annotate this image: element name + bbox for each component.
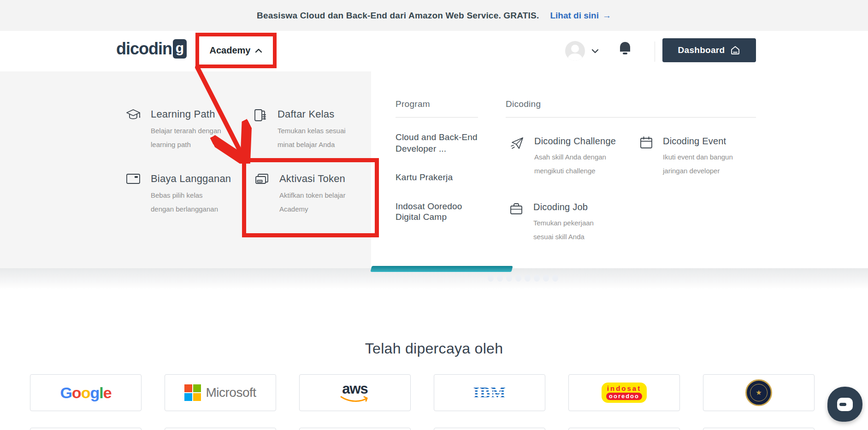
dicoding-column-heading: Dicoding	[506, 99, 541, 109]
carousel-dot[interactable]	[506, 275, 512, 282]
carousel-dot[interactable]	[497, 275, 503, 282]
chat-widget-button[interactable]	[827, 387, 862, 422]
menu-item-title: Dicoding Job	[533, 202, 594, 212]
dicoding-page: Beasiswa Cloud dan Back-End dari Amazon …	[0, 0, 868, 430]
chat-icon	[837, 398, 853, 411]
microsoft-squares-icon	[184, 384, 201, 401]
partner-card-microsoft: Microsoft	[165, 374, 276, 411]
chevron-down-icon	[591, 49, 599, 53]
ibm-stripes	[472, 385, 507, 400]
briefcase-icon	[509, 202, 523, 244]
promo-banner-link[interactable]: Lihat di sini →	[550, 11, 611, 21]
aws-smile-icon	[340, 395, 370, 403]
program-item-indosat-camp[interactable]: Indosat Ooredoo Digital Camp	[396, 201, 488, 222]
menu-item-desc: Aktifkan token belajarAcademy	[279, 188, 345, 216]
menu-item-biaya-langganan[interactable]: Biaya Langganan Bebas pilih kelasdengan …	[126, 173, 231, 216]
logo-word: dicodin	[116, 39, 172, 59]
menu-item-desc: Asah skill Anda denganmengikuti challeng…	[534, 150, 616, 178]
program-column-rule	[396, 117, 478, 118]
menu-item-aktivasi-token[interactable]: Aktivasi Token Aktifkan token belajarAca…	[254, 173, 345, 216]
promo-banner: Beasiswa Cloud dan Back-End dari Amazon …	[0, 0, 868, 31]
program-item-cloud-backend[interactable]: Cloud and Back-End Developer ...	[396, 131, 483, 154]
microsoft-logo: Microsoft	[184, 384, 256, 401]
menu-item-title: Learning Path	[151, 108, 221, 120]
academy-menu-panel	[0, 71, 371, 268]
menu-item-dicoding-job[interactable]: Dicoding Job Temukan pekerjaansesuai ski…	[509, 202, 594, 244]
partner-card-ibm: IBM	[434, 374, 545, 411]
menu-item-desc: Bebas pilih kelasdengan berlangganan	[151, 188, 231, 216]
dicoding-column-rule	[506, 117, 756, 118]
aws-logo: aws	[340, 383, 370, 403]
menu-item-title: Dicoding Event	[663, 136, 733, 147]
partner-card-google: Google	[30, 374, 142, 411]
ibm-logo: IBM	[473, 384, 506, 401]
menu-item-title: Biaya Langganan	[151, 173, 231, 185]
menu-item-desc: Temukan pekerjaansesuai skill Anda	[533, 216, 594, 244]
carousel-dot[interactable]	[552, 275, 558, 282]
token-card-icon	[254, 173, 269, 216]
chevron-up-icon	[255, 48, 262, 53]
promo-banner-link-label: Lihat di sini	[550, 11, 599, 21]
carousel-dot[interactable]	[543, 275, 549, 282]
partner-card-row2	[568, 428, 680, 430]
nav-academy[interactable]: Academy	[195, 33, 277, 68]
carousel-dot[interactable]	[515, 275, 521, 282]
menu-item-learning-path[interactable]: Learning Path Belajar terarah denganlear…	[126, 108, 221, 152]
dropdown-shadow	[0, 268, 868, 289]
notification-bell-icon[interactable]	[618, 41, 632, 57]
partner-card-row2	[165, 428, 276, 430]
header-divider	[655, 41, 655, 62]
menu-item-dicoding-challenge[interactable]: Dicoding Challenge Asah skill Anda denga…	[509, 136, 616, 178]
home-icon	[730, 45, 740, 55]
menu-item-desc: Temukan kelas sesuaiminat belajar Anda	[278, 124, 346, 152]
graduation-cap-icon	[126, 108, 141, 152]
arrow-right-icon: →	[602, 11, 611, 21]
paper-plane-icon	[509, 136, 524, 178]
class-list-icon	[254, 108, 267, 152]
partner-card-row2	[434, 428, 545, 430]
carousel-dot[interactable]	[534, 275, 540, 282]
academy-mega-menu: Learning Path Belajar terarah denganlear…	[0, 71, 868, 268]
carousel-dot[interactable]	[525, 275, 531, 282]
partner-card-indosat: indosat ooredoo	[568, 374, 680, 411]
dashboard-button[interactable]: Dashboard	[662, 38, 756, 62]
carousel-dots	[488, 275, 558, 282]
logo-g-mark: g	[173, 39, 187, 59]
promo-banner-text: Beasiswa Cloud dan Back-End dari Amazon …	[257, 11, 539, 21]
carousel-dot[interactable]	[488, 275, 494, 282]
menu-item-dicoding-event[interactable]: Dicoding Event Ikuti event dan bangunjar…	[640, 136, 733, 178]
partner-card-government: ★	[703, 374, 815, 411]
partner-card-aws: aws	[299, 374, 411, 411]
partner-card-row2	[703, 428, 815, 430]
indosat-ooredoo-logo: indosat ooredoo	[602, 383, 647, 403]
avatar	[565, 41, 585, 61]
menu-item-title: Dicoding Challenge	[534, 136, 616, 147]
header: dicodin g Academy Dashboard	[0, 31, 868, 71]
menu-item-desc: Belajar terarah denganlearning path	[151, 124, 221, 152]
dicoding-logo[interactable]: dicodin g	[116, 39, 187, 59]
partner-card-row2	[30, 428, 142, 430]
menu-item-daftar-kelas[interactable]: Daftar Kelas Temukan kelas sesuaiminat b…	[254, 108, 346, 152]
program-item-kartu-prakerja[interactable]: Kartu Prakerja	[396, 171, 453, 183]
credit-card-icon	[126, 173, 141, 216]
menu-item-title: Aktivasi Token	[279, 173, 345, 185]
user-avatar-menu[interactable]	[565, 41, 599, 61]
trusted-heading: Telah dipercaya oleh	[0, 340, 868, 357]
menu-item-title: Daftar Kelas	[278, 108, 346, 120]
government-seal-logo: ★	[745, 379, 772, 406]
menu-item-desc: Ikuti event dan bangunjaringan developer	[663, 150, 733, 178]
google-logo: Google	[60, 384, 111, 402]
partner-card-row2	[299, 428, 411, 430]
nav-academy-label: Academy	[210, 45, 251, 56]
calendar-icon	[640, 136, 653, 178]
program-column-heading: Program	[396, 99, 430, 109]
dashboard-button-label: Dashboard	[678, 45, 725, 55]
